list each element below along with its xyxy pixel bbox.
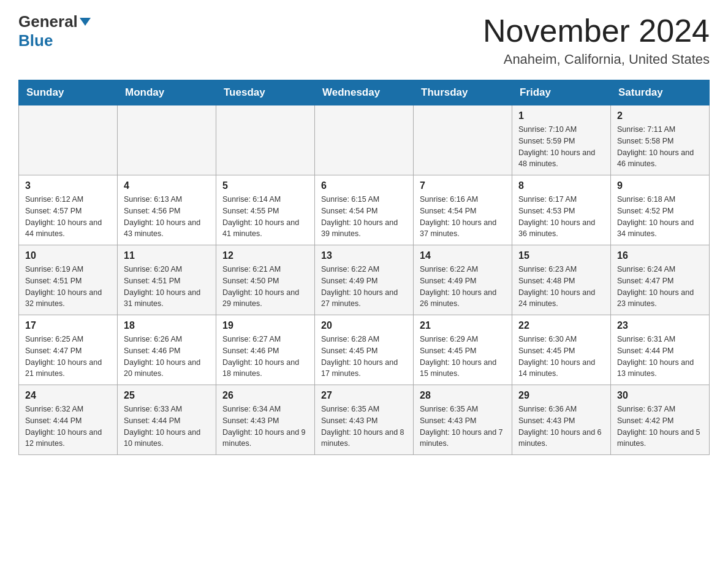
day-number: 24 [25,390,111,401]
calendar-cell: 22Sunrise: 6:30 AM Sunset: 4:45 PM Dayli… [512,315,611,385]
calendar-cell: 17Sunrise: 6:25 AM Sunset: 4:47 PM Dayli… [19,315,118,385]
calendar-cell: 10Sunrise: 6:19 AM Sunset: 4:51 PM Dayli… [19,245,118,315]
calendar-header-thursday: Thursday [414,80,512,105]
title-block: November 2024 Anaheim, California, Unite… [483,12,710,67]
calendar-cell: 7Sunrise: 6:16 AM Sunset: 4:54 PM Daylig… [414,175,512,245]
day-info: Sunrise: 6:25 AM Sunset: 4:47 PM Dayligh… [25,334,111,380]
calendar-cell: 30Sunrise: 6:37 AM Sunset: 4:42 PM Dayli… [611,385,710,455]
day-number: 8 [518,180,604,191]
day-number: 13 [321,250,407,261]
day-number: 11 [124,250,210,261]
day-number: 19 [222,320,308,331]
day-info: Sunrise: 6:21 AM Sunset: 4:50 PM Dayligh… [222,264,308,310]
calendar-cell: 3Sunrise: 6:12 AM Sunset: 4:57 PM Daylig… [19,175,118,245]
day-info: Sunrise: 6:19 AM Sunset: 4:51 PM Dayligh… [25,264,111,310]
day-number: 10 [25,250,111,261]
calendar-cell: 14Sunrise: 6:22 AM Sunset: 4:49 PM Dayli… [414,245,512,315]
day-number: 28 [420,390,506,401]
day-info: Sunrise: 6:14 AM Sunset: 4:55 PM Dayligh… [222,194,308,240]
calendar-cell: 26Sunrise: 6:34 AM Sunset: 4:43 PM Dayli… [216,385,315,455]
day-info: Sunrise: 6:23 AM Sunset: 4:48 PM Dayligh… [518,264,604,310]
day-number: 2 [617,110,703,121]
calendar-week-row: 3Sunrise: 6:12 AM Sunset: 4:57 PM Daylig… [19,175,710,245]
calendar-cell: 18Sunrise: 6:26 AM Sunset: 4:46 PM Dayli… [118,315,216,385]
day-number: 22 [518,320,604,331]
day-info: Sunrise: 6:36 AM Sunset: 4:43 PM Dayligh… [518,404,604,450]
day-info: Sunrise: 6:20 AM Sunset: 4:51 PM Dayligh… [124,264,210,310]
day-number: 1 [518,110,604,121]
day-number: 25 [124,390,210,401]
calendar-cell: 19Sunrise: 6:27 AM Sunset: 4:46 PM Dayli… [216,315,315,385]
calendar-cell: 6Sunrise: 6:15 AM Sunset: 4:54 PM Daylig… [315,175,414,245]
calendar-cell: 25Sunrise: 6:33 AM Sunset: 4:44 PM Dayli… [118,385,216,455]
day-number: 30 [617,390,703,401]
calendar-header-sunday: Sunday [19,80,118,105]
day-info: Sunrise: 6:29 AM Sunset: 4:45 PM Dayligh… [420,334,506,380]
calendar-cell: 8Sunrise: 6:17 AM Sunset: 4:53 PM Daylig… [512,175,611,245]
day-info: Sunrise: 7:11 AM Sunset: 5:58 PM Dayligh… [617,124,703,170]
day-info: Sunrise: 6:31 AM Sunset: 4:44 PM Dayligh… [617,334,703,380]
calendar-cell: 11Sunrise: 6:20 AM Sunset: 4:51 PM Dayli… [118,245,216,315]
calendar-cell: 4Sunrise: 6:13 AM Sunset: 4:56 PM Daylig… [118,175,216,245]
calendar-week-row: 10Sunrise: 6:19 AM Sunset: 4:51 PM Dayli… [19,245,710,315]
calendar-cell: 20Sunrise: 6:28 AM Sunset: 4:45 PM Dayli… [315,315,414,385]
day-info: Sunrise: 6:22 AM Sunset: 4:49 PM Dayligh… [321,264,407,310]
day-number: 7 [420,180,506,191]
logo-blue-text: Blue [18,31,53,50]
day-info: Sunrise: 6:17 AM Sunset: 4:53 PM Dayligh… [518,194,604,240]
day-info: Sunrise: 6:35 AM Sunset: 4:43 PM Dayligh… [321,404,407,450]
calendar-cell [414,105,512,175]
day-info: Sunrise: 6:18 AM Sunset: 4:52 PM Dayligh… [617,194,703,240]
day-info: Sunrise: 6:26 AM Sunset: 4:46 PM Dayligh… [124,334,210,380]
calendar-table: SundayMondayTuesdayWednesdayThursdayFrid… [18,80,710,455]
day-number: 4 [124,180,210,191]
calendar-cell [19,105,118,175]
day-number: 6 [321,180,407,191]
calendar-cell: 21Sunrise: 6:29 AM Sunset: 4:45 PM Dayli… [414,315,512,385]
logo: General Blue [18,12,91,50]
day-info: Sunrise: 6:28 AM Sunset: 4:45 PM Dayligh… [321,334,407,380]
calendar-week-row: 17Sunrise: 6:25 AM Sunset: 4:47 PM Dayli… [19,315,710,385]
calendar-cell: 2Sunrise: 7:11 AM Sunset: 5:58 PM Daylig… [611,105,710,175]
calendar-cell: 29Sunrise: 6:36 AM Sunset: 4:43 PM Dayli… [512,385,611,455]
day-number: 29 [518,390,604,401]
day-info: Sunrise: 6:15 AM Sunset: 4:54 PM Dayligh… [321,194,407,240]
day-number: 21 [420,320,506,331]
calendar-cell: 28Sunrise: 6:35 AM Sunset: 4:43 PM Dayli… [414,385,512,455]
day-number: 16 [617,250,703,261]
calendar-header-row: SundayMondayTuesdayWednesdayThursdayFrid… [19,80,710,105]
day-number: 14 [420,250,506,261]
calendar-cell: 15Sunrise: 6:23 AM Sunset: 4:48 PM Dayli… [512,245,611,315]
calendar-cell: 12Sunrise: 6:21 AM Sunset: 4:50 PM Dayli… [216,245,315,315]
logo-triangle-icon [80,18,91,26]
day-info: Sunrise: 6:16 AM Sunset: 4:54 PM Dayligh… [420,194,506,240]
day-info: Sunrise: 6:13 AM Sunset: 4:56 PM Dayligh… [124,194,210,240]
day-info: Sunrise: 6:24 AM Sunset: 4:47 PM Dayligh… [617,264,703,310]
day-number: 15 [518,250,604,261]
day-info: Sunrise: 6:22 AM Sunset: 4:49 PM Dayligh… [420,264,506,310]
calendar-week-row: 24Sunrise: 6:32 AM Sunset: 4:44 PM Dayli… [19,385,710,455]
calendar-header-tuesday: Tuesday [216,80,315,105]
calendar-header-monday: Monday [118,80,216,105]
day-info: Sunrise: 6:33 AM Sunset: 4:44 PM Dayligh… [124,404,210,450]
day-number: 18 [124,320,210,331]
day-info: Sunrise: 6:37 AM Sunset: 4:42 PM Dayligh… [617,404,703,450]
day-info: Sunrise: 6:12 AM Sunset: 4:57 PM Dayligh… [25,194,111,240]
calendar-cell: 5Sunrise: 6:14 AM Sunset: 4:55 PM Daylig… [216,175,315,245]
day-number: 3 [25,180,111,191]
day-info: Sunrise: 6:35 AM Sunset: 4:43 PM Dayligh… [420,404,506,450]
calendar-cell: 9Sunrise: 6:18 AM Sunset: 4:52 PM Daylig… [611,175,710,245]
calendar-cell: 16Sunrise: 6:24 AM Sunset: 4:47 PM Dayli… [611,245,710,315]
day-info: Sunrise: 6:32 AM Sunset: 4:44 PM Dayligh… [25,404,111,450]
calendar-week-row: 1Sunrise: 7:10 AM Sunset: 5:59 PM Daylig… [19,105,710,175]
calendar-cell: 13Sunrise: 6:22 AM Sunset: 4:49 PM Dayli… [315,245,414,315]
calendar-header-friday: Friday [512,80,611,105]
day-number: 9 [617,180,703,191]
day-info: Sunrise: 6:27 AM Sunset: 4:46 PM Dayligh… [222,334,308,380]
calendar-cell: 24Sunrise: 6:32 AM Sunset: 4:44 PM Dayli… [19,385,118,455]
calendar-header-wednesday: Wednesday [315,80,414,105]
location-title: Anaheim, California, United States [483,52,710,67]
calendar-cell: 23Sunrise: 6:31 AM Sunset: 4:44 PM Dayli… [611,315,710,385]
logo-general-text: General [18,12,78,31]
month-title: November 2024 [483,12,710,49]
